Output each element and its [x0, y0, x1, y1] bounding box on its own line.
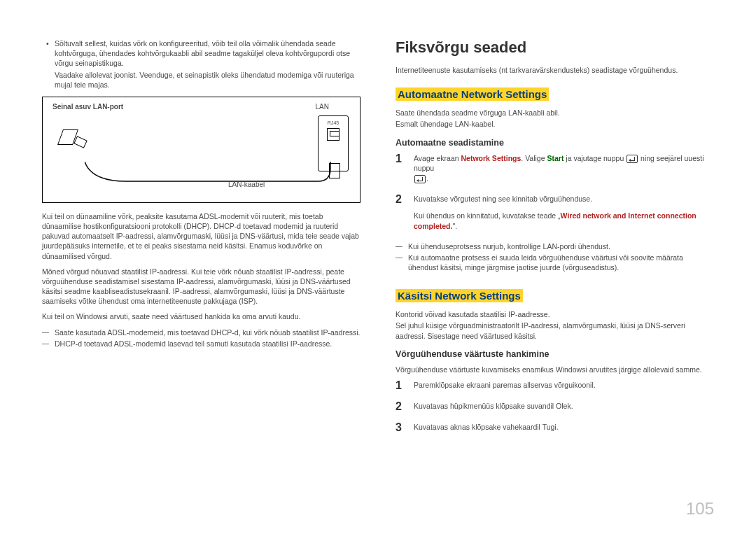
port-icon: [327, 128, 340, 141]
ui-term: Network Settings: [461, 154, 522, 162]
dash-item: DHCP-d toetavad ADSL-modemid lasevad tei…: [42, 339, 360, 349]
lan-diagram: Seinal asuv LAN-port LAN RJ45 LAN-kaabel: [42, 97, 360, 203]
paragraph: Saate ühendada seadme võrguga LAN-kaabli…: [396, 108, 714, 118]
paragraph: Võrguühenduse väärtuste kuvamiseks enami…: [396, 365, 714, 374]
step-text: Kuvatakse võrgutest ning see kinnitab võ…: [414, 194, 714, 232]
lan-label: LAN: [316, 103, 329, 111]
rj45-label: RJ45: [318, 120, 348, 125]
cable-label: LAN-kaabel: [228, 181, 265, 188]
dash-notes: Saate kasutada ADSL-modemeid, mis toetav…: [42, 328, 360, 349]
enter-icon: [626, 155, 638, 163]
paragraph: Sel juhul küsige võrguadministraatorilt …: [396, 321, 714, 340]
left-column: Sõltuvalt sellest, kuidas võrk on konfig…: [42, 38, 360, 443]
dash-item: Kui ühenduseprotsess nurjub, kontrollige…: [396, 241, 714, 251]
step-number: 2: [396, 194, 405, 205]
step-number: 1: [396, 380, 405, 391]
auto-sub-heading: Automaatne seadistamine: [396, 138, 714, 148]
paragraph: Kontorid võivad kasutada staatilisi IP-a…: [396, 309, 714, 319]
step-number: 3: [396, 422, 405, 433]
bullet-extra: Vaadake allolevat joonist. Veenduge, et …: [42, 70, 360, 90]
enter-icon: [414, 175, 426, 183]
right-column: Fiksvõrgu seaded Internetiteenuste kasut…: [396, 38, 714, 443]
bullet-text: Sõltuvalt sellest, kuidas võrk on konfig…: [55, 39, 350, 67]
bullet-item: Sõltuvalt sellest, kuidas võrk on konfig…: [42, 38, 360, 69]
page-content: Sõltuvalt sellest, kuidas võrk on konfig…: [0, 0, 756, 471]
dash-item: Kui automaatne protsess ei suuda leida v…: [396, 253, 714, 272]
dash-item: Saate kasutada ADSL-modemeid, mis toetav…: [42, 328, 360, 337]
step-text: Paremklõpsake ekraani paremas allservas …: [414, 380, 714, 391]
step-2: 2 Kuvatakse võrgutest ning see kinnitab …: [396, 194, 714, 232]
paragraph: Mõned võrgud nõuavad staatilist IP-aadre…: [42, 267, 360, 307]
paragraph: Esmalt ühendage LAN-kaabel.: [396, 119, 714, 129]
step-1: 1 Avage ekraan Network Settings. Valige …: [396, 153, 714, 184]
step-number: 2: [396, 401, 405, 412]
plug-icon: [75, 138, 93, 153]
page-number: 105: [686, 499, 714, 519]
auto-heading: Automaatne Network Settings: [396, 87, 549, 101]
step-1: 1 Paremklõpsake ekraani paremas allserva…: [396, 380, 714, 391]
step-number: 1: [396, 153, 405, 164]
step-text: Kuvatavas aknas klõpsake vahekaardil Tug…: [414, 422, 714, 433]
step-text: Kuvatavas hüpikmenüüs klõpsake suvandil …: [414, 401, 714, 412]
step-text: Avage ekraan Network Settings. Valige St…: [414, 153, 714, 184]
connector-icon: [329, 163, 340, 178]
auto-dash-notes: Kui ühenduseprotsess nurjub, kontrollige…: [396, 241, 714, 273]
step-3: 3 Kuvatavas aknas klõpsake vahekaardil T…: [396, 422, 714, 433]
wall-port-label: Seinal asuv LAN-port: [52, 103, 123, 111]
page-title: Fiksvõrgu seaded: [396, 38, 714, 57]
manual-heading: Käsitsi Network Settings: [396, 289, 523, 302]
cable-line: [85, 162, 332, 183]
manual-sub-heading: Võrguühenduse väärtuste hankimine: [396, 349, 714, 359]
intro-bullets: Sõltuvalt sellest, kuidas võrk on konfig…: [42, 38, 360, 69]
intro-text: Internetiteenuste kasutamiseks (nt tarkv…: [396, 65, 714, 75]
paragraph: Kui teil on Windowsi arvuti, saate need …: [42, 311, 360, 321]
step-2: 2 Kuvatavas hüpikmenüüs klõpsake suvandi…: [396, 401, 714, 412]
paragraph: Kui teil on dünaamiline võrk, peaksite k…: [42, 211, 360, 261]
ui-term: Start: [547, 154, 564, 162]
